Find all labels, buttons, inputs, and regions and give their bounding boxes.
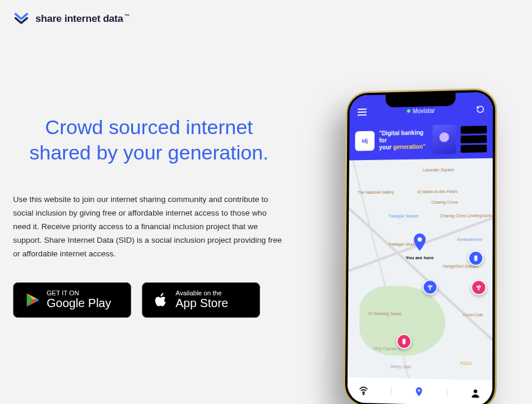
phone-notch: [385, 93, 455, 107]
map-label: Coca-Cola: [463, 312, 482, 317]
nav-location-icon[interactable]: [414, 386, 424, 397]
map-label: King Charles St: [373, 346, 401, 351]
google-play-icon: [24, 292, 41, 308]
brand-name: share internet data™: [35, 13, 129, 25]
nav-separator: [391, 386, 391, 396]
site-header: share internet data™: [0, 0, 532, 38]
map-label: 10 Downing Street: [368, 311, 401, 316]
map-label: Trafalgar Square: [388, 214, 419, 218]
hero-headline: Crowd sourced internet shared by your ge…: [13, 115, 285, 165]
trademark-symbol: ™: [124, 13, 129, 19]
svg-point-5: [363, 393, 364, 395]
svg-point-3: [478, 289, 479, 289]
apple-icon: [153, 292, 170, 308]
map-label: A3211: [460, 361, 472, 366]
bottom-nav: [348, 376, 492, 404]
you-are-here-label: You are here: [406, 255, 433, 260]
google-play-button[interactable]: GET IT ON Google Play: [13, 282, 131, 318]
banner-text: "Digital banking for your generation": [379, 129, 428, 151]
map-label: Leicester Square: [423, 168, 454, 172]
map-label: Derby Gate: [390, 364, 411, 369]
status-dot-icon: [407, 109, 411, 113]
hamburger-icon[interactable]: [358, 109, 367, 116]
svg-point-0: [417, 237, 421, 242]
hotspot-pin-wifi-icon[interactable]: [471, 279, 486, 295]
map-label: St Martin-in-the-Fields: [417, 189, 458, 194]
promo-banner[interactable]: Idj "Digital banking for your generation…: [349, 119, 493, 161]
hotspot-pin-phone-icon[interactable]: [396, 334, 411, 350]
user-location-pin-icon: [413, 233, 426, 252]
nav-separator: [447, 387, 447, 397]
nav-wifi-icon[interactable]: [358, 385, 369, 395]
phone-mockup: Movistar Idj "Digital banking for your g…: [343, 87, 497, 404]
hotspot-pin-phone-icon[interactable]: [468, 250, 484, 266]
svg-rect-1: [475, 256, 478, 261]
logo-icon: [13, 11, 30, 27]
map-label: The National Gallery: [358, 190, 394, 195]
map-label: Charing Cross Underground: [440, 213, 492, 218]
svg-point-2: [430, 289, 430, 289]
refresh-icon[interactable]: [476, 105, 485, 113]
banner-logo: Idj: [355, 131, 375, 151]
store-button-row: GET IT ON Google Play Available on the A…: [13, 282, 285, 318]
map-label: Embankment: [458, 237, 482, 242]
map-view[interactable]: Leicester Square The National Gallery St…: [348, 158, 493, 380]
hotspot-pin-wifi-icon[interactable]: [422, 279, 437, 295]
svg-point-7: [473, 389, 477, 393]
nav-profile-icon[interactable]: [470, 387, 481, 399]
carrier-label: Movistar: [407, 107, 435, 114]
banner-portrait: [433, 125, 456, 154]
app-store-label: Available on the App Store: [176, 290, 228, 310]
google-play-label: GET IT ON Google Play: [47, 290, 111, 310]
map-label: Charing Cross: [432, 200, 458, 204]
hero-body-text: Use this website to join our internet sh…: [13, 193, 285, 261]
banner-store-badges: [460, 125, 486, 152]
svg-rect-4: [403, 339, 406, 344]
app-store-button[interactable]: Available on the App Store: [142, 282, 260, 318]
